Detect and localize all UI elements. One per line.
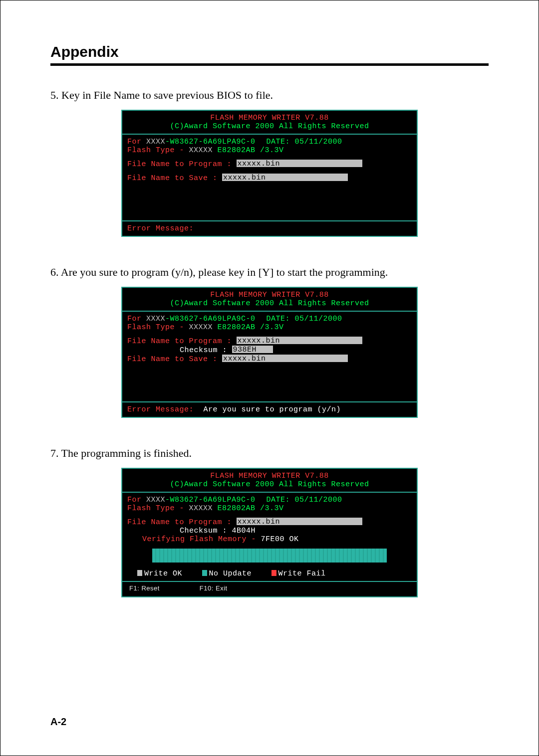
date-label: DATE: 05/11/2000	[256, 496, 342, 504]
bios-screen-6: FLASH MEMORY WRITER V7.88 (C)Award Softw…	[121, 287, 418, 418]
legend-fail-icon	[271, 570, 276, 576]
flash-mask: XXXXX	[189, 323, 213, 332]
for-code: -W83627-6A69LPA9C-0	[165, 496, 256, 504]
bios-header: FLASH MEMORY WRITER V7.88 (C)Award Softw…	[122, 469, 417, 493]
flash-rest: E82802AB /3.3V	[213, 504, 284, 513]
verify-label: Verifying Flash Memory -	[142, 535, 261, 544]
error-label: Error Message:	[127, 224, 194, 233]
bios-footer: Error Message:	[122, 221, 417, 236]
flash-mask: XXXXX	[189, 504, 213, 513]
legend-fail: Write Fail	[278, 569, 326, 578]
legend-ok: Write OK	[144, 569, 182, 578]
legend-ok-icon	[137, 570, 142, 576]
verify-addr: 7FE00 OK	[261, 535, 299, 544]
fname-prog-label: File Name to Program :	[127, 160, 232, 169]
filename-save-input[interactable]: xxxxx.bin	[222, 355, 348, 362]
confirm-prompt[interactable]: Are you sure to program (y/n)	[199, 405, 341, 414]
fname-save-label: File Name to Save :	[127, 174, 218, 183]
date-label: DATE: 05/11/2000	[256, 315, 342, 323]
checksum-label: Checksum :	[127, 346, 227, 355]
flash-rest: E82802AB /3.3V	[213, 146, 284, 155]
step-7: 7. The programming is finished. FLASH ME…	[50, 447, 489, 597]
bios-help-footer: F1: Reset F10: Exit	[122, 582, 417, 596]
title-rule	[50, 63, 489, 66]
bios-copyright: (C)Award Software 2000 All Rights Reserv…	[127, 299, 412, 308]
date-label: DATE: 05/11/2000	[256, 138, 342, 146]
bios-title: FLASH MEMORY WRITER V7.88	[210, 114, 329, 122]
checksum-value: 4B04H	[232, 527, 256, 535]
for-mask: XXXX	[146, 315, 165, 323]
step-7-text: 7. The programming is finished.	[50, 447, 489, 460]
for-mask: XXXX	[146, 138, 165, 146]
help-f1[interactable]: F1: Reset	[129, 584, 160, 592]
progress-bar	[152, 549, 387, 563]
for-code: -W83627-6A69LPA9C-0	[165, 138, 256, 146]
bios-body: For XXXX-W83627-6A69LPA9C-0DATE: 05/11/2…	[122, 135, 417, 221]
flash-label: Flash Type -	[127, 504, 189, 513]
page-title: Appendix	[50, 43, 489, 60]
flash-label: Flash Type -	[127, 146, 189, 155]
legend-noupdate-icon	[202, 570, 207, 576]
bios-title: FLASH MEMORY WRITER V7.88	[210, 472, 329, 480]
bios-body: For XXXX-W83627-6A69LPA9C-0DATE: 05/11/2…	[122, 312, 417, 402]
bios-screen-5: FLASH MEMORY WRITER V7.88 (C)Award Softw…	[121, 110, 418, 237]
for-label: For	[127, 138, 146, 146]
page-number: A-2	[50, 716, 66, 728]
for-mask: XXXX	[146, 496, 165, 504]
step-6: 6. Are you sure to program (y/n), please…	[50, 266, 489, 418]
flash-mask: XXXXX	[189, 146, 213, 155]
filename-program-input[interactable]: xxxxx.bin	[237, 337, 362, 344]
checksum-label: Checksum :	[127, 527, 227, 535]
bios-copyright: (C)Award Software 2000 All Rights Reserv…	[127, 122, 412, 131]
filename-program-input[interactable]: xxxxx.bin	[237, 160, 362, 167]
step-6-text: 6. Are you sure to program (y/n), please…	[50, 266, 489, 279]
step-5-text: 5. Key in File Name to save previous BIO…	[50, 89, 489, 102]
page-frame: Appendix 5. Key in File Name to save pre…	[0, 0, 539, 756]
bios-header: FLASH MEMORY WRITER V7.88 (C)Award Softw…	[122, 111, 417, 135]
flash-label: Flash Type -	[127, 323, 189, 332]
for-code: -W83627-6A69LPA9C-0	[165, 315, 256, 323]
bios-title: FLASH MEMORY WRITER V7.88	[210, 291, 329, 299]
for-label: For	[127, 315, 146, 323]
fname-prog-label: File Name to Program :	[127, 518, 232, 527]
fname-prog-label: File Name to Program :	[127, 337, 232, 346]
bios-header: FLASH MEMORY WRITER V7.88 (C)Award Softw…	[122, 288, 417, 312]
bios-copyright: (C)Award Software 2000 All Rights Reserv…	[127, 480, 412, 489]
for-label: For	[127, 496, 146, 504]
legend-row: Write OK No Update Write Fail	[127, 567, 412, 578]
bios-footer: Error Message: Are you sure to program (…	[122, 402, 417, 417]
help-f10[interactable]: F10: Exit	[200, 584, 228, 592]
error-label: Error Message:	[127, 405, 194, 414]
filename-save-input[interactable]: xxxxx.bin	[222, 174, 348, 181]
flash-rest: E82802AB /3.3V	[213, 323, 284, 332]
legend-noupdate: No Update	[209, 569, 252, 578]
fname-save-label: File Name to Save :	[127, 355, 218, 364]
bios-body: For XXXX-W83627-6A69LPA9C-0DATE: 05/11/2…	[122, 493, 417, 582]
filename-program-input[interactable]: xxxxx.bin	[237, 518, 362, 525]
step-5: 5. Key in File Name to save previous BIO…	[50, 89, 489, 237]
bios-screen-7: FLASH MEMORY WRITER V7.88 (C)Award Softw…	[121, 468, 418, 597]
checksum-value: 938EH	[232, 346, 273, 353]
